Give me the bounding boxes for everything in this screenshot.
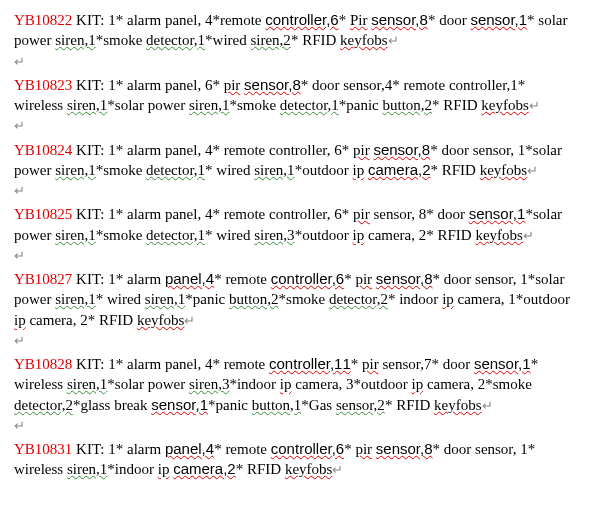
paragraph-mark-icon: ↵	[482, 398, 493, 413]
kit-code: YB10823	[14, 77, 72, 93]
kit-description: KIT: 1* alarm panel, 4* remote controlle…	[14, 206, 562, 242]
kit-code: YB10824	[14, 142, 72, 158]
kit-description: KIT: 1* alarm panel, 6* pir sensor,8* do…	[14, 77, 529, 113]
kit-entry: YB10825 KIT: 1* alarm panel, 4* remote c…	[14, 204, 578, 265]
paragraph-mark-icon: ↵	[184, 313, 195, 328]
paragraph-mark-icon: ↵	[14, 183, 25, 198]
paragraph-mark-icon: ↵	[14, 248, 25, 263]
paragraph-mark-icon: ↵	[14, 418, 25, 433]
kit-description: KIT: 1* alarm panel, 4* remote controlle…	[14, 356, 538, 413]
paragraph-mark-icon: ↵	[14, 118, 25, 133]
paragraph-mark-icon: ↵	[14, 333, 25, 348]
kit-entry: YB10822 KIT: 1* alarm panel, 4*remote co…	[14, 10, 578, 71]
paragraph-mark-icon: ↵	[14, 54, 25, 69]
paragraph-mark-icon: ↵	[523, 228, 534, 243]
kit-code: YB10828	[14, 356, 72, 372]
kit-code: YB10822	[14, 12, 72, 28]
kit-code: YB10831	[14, 441, 72, 457]
paragraph-mark-icon: ↵	[332, 462, 343, 477]
kit-description: KIT: 1* alarm panel,4* remote controller…	[14, 441, 535, 477]
kit-list: YB10822 KIT: 1* alarm panel, 4*remote co…	[14, 10, 578, 480]
kit-description: KIT: 1* alarm panel, 4* remote controlle…	[14, 142, 562, 178]
kit-entry: YB10831 KIT: 1* alarm panel,4* remote co…	[14, 439, 578, 480]
kit-entry: YB10828 KIT: 1* alarm panel, 4* remote c…	[14, 354, 578, 435]
kit-code: YB10825	[14, 206, 72, 222]
paragraph-mark-icon: ↵	[529, 98, 540, 113]
paragraph-mark-icon: ↵	[527, 163, 538, 178]
kit-entry: YB10823 KIT: 1* alarm panel, 6* pir sens…	[14, 75, 578, 136]
paragraph-mark-icon: ↵	[388, 33, 399, 48]
kit-entry: YB10824 KIT: 1* alarm panel, 4* remote c…	[14, 140, 578, 201]
kit-entry: YB10827 KIT: 1* alarm panel,4* remote co…	[14, 269, 578, 350]
kit-description: KIT: 1* alarm panel, 4*remote controller…	[14, 12, 568, 48]
kit-description: KIT: 1* alarm panel,4* remote controller…	[14, 271, 570, 328]
kit-code: YB10827	[14, 271, 72, 287]
